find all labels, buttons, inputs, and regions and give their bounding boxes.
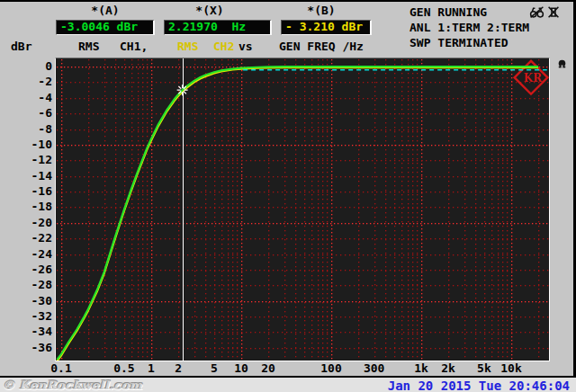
- plot-panel: [55, 58, 550, 361]
- datetime: Jan 20 2015 Tue 20:46:04: [388, 379, 570, 392]
- x-tick-label: 1: [148, 362, 155, 375]
- y-tick-label: -10: [16, 138, 52, 151]
- x-tick-label: 2k: [441, 362, 455, 375]
- monitor-muted-icon[interactable]: [529, 5, 544, 19]
- y-tick-label: 0: [16, 59, 52, 73]
- y-tick-label: -8: [16, 122, 52, 136]
- readout-b-label: *(B): [307, 4, 335, 17]
- ch1-name-label: CH1,: [120, 40, 148, 53]
- generator-status: GEN RUNNING: [410, 6, 487, 19]
- y-tick-label: -6: [16, 106, 52, 120]
- ch1-measure-label: RMS: [78, 40, 99, 53]
- speaker-muted-icon[interactable]: [546, 5, 561, 19]
- ch2-name-label: CH2: [213, 40, 234, 53]
- x-tick-label: 5k: [477, 362, 491, 375]
- y-tick-label: -2: [16, 75, 52, 88]
- y-tick-label: -20: [16, 216, 52, 229]
- x-tick-label: 0.1: [50, 362, 71, 375]
- x-tick-label: 20: [261, 362, 275, 375]
- x-tick-label: 10: [234, 362, 248, 375]
- y-tick-label: -24: [16, 247, 52, 261]
- y-tick-label: -4: [16, 91, 52, 104]
- side-marker-icon[interactable]: [557, 59, 567, 69]
- ch2-measure-label: RMS: [177, 40, 198, 53]
- watermark: © KenRockwell.com: [3, 379, 142, 392]
- y-tick-label: -36: [16, 341, 52, 354]
- y-tick-label: -32: [16, 309, 52, 323]
- plot-canvas[interactable]: [56, 58, 549, 361]
- x-tick-label: 1k: [414, 362, 428, 375]
- sweep-status: SWP TERMINATED: [410, 37, 508, 49]
- x-tick-label: 300: [364, 362, 384, 375]
- vs-label: vs: [238, 40, 253, 53]
- readout-a-label: *(A): [91, 4, 119, 17]
- readout-b-value: - 3.210 dBr: [281, 20, 372, 35]
- y-tick-label: -26: [16, 263, 52, 276]
- y-tick-label: -34: [16, 325, 52, 338]
- x-tick-label: 10k: [500, 362, 521, 375]
- readout-a-value: -3.0046 dBr: [56, 20, 155, 35]
- x-tick-label: 0.5: [113, 362, 134, 375]
- window-border-top: [0, 0, 576, 2]
- readout-x-value: 2.21970 Hz: [164, 20, 272, 35]
- y-tick-label: -30: [16, 294, 52, 307]
- readout-x-label: *(X): [195, 4, 223, 17]
- y-tick-label: -14: [16, 169, 52, 183]
- x-tick-label: 5: [211, 362, 218, 375]
- y-tick-label: -18: [16, 200, 52, 213]
- analyzer-panel: *(A) *(X) *(B) -3.0046 dBr 2.21970 Hz - …: [0, 0, 576, 392]
- x-tick-label: 2: [175, 362, 182, 375]
- x-tick-label: 100: [320, 362, 341, 375]
- y-axis-unit-label: dBr: [11, 40, 32, 53]
- x-axis-name-label: GEN FREQ /Hz: [279, 40, 364, 53]
- y-tick-label: -16: [16, 184, 52, 198]
- y-tick-label: -28: [16, 278, 52, 291]
- analyzer-status: ANL 1:TERM 2:TERM: [410, 22, 529, 34]
- y-tick-label: -12: [16, 153, 52, 166]
- y-tick-label: -22: [16, 231, 52, 245]
